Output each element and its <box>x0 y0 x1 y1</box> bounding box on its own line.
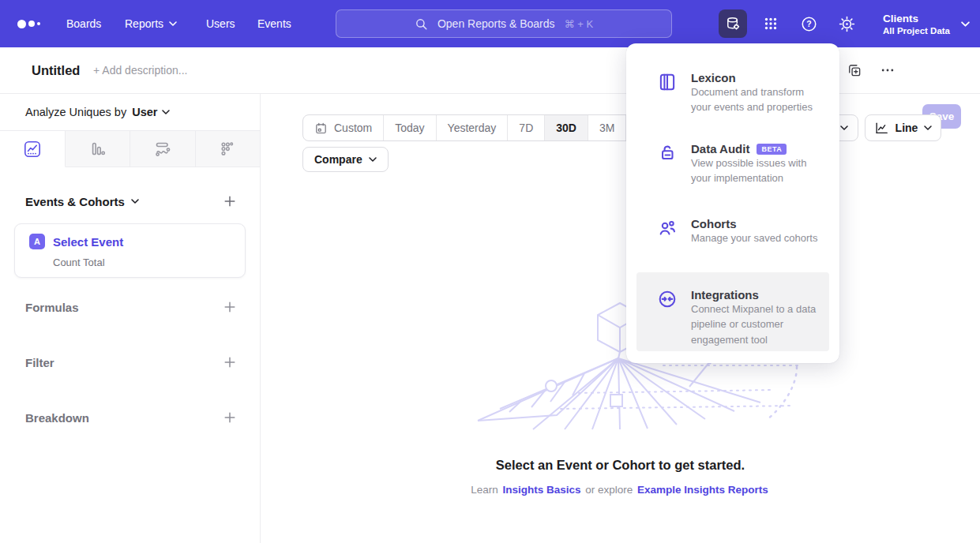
add-filter-button[interactable] <box>222 354 238 370</box>
events-cohorts-label: Events & Cohorts <box>25 195 125 208</box>
database-gear-icon <box>724 15 742 32</box>
data-management-menu: Lexicon Document and transform your even… <box>626 43 839 363</box>
date-range-control: Custom Today Yesterday 7D 30D 3M 6M <box>302 114 665 141</box>
filter-label: Filter <box>25 356 54 369</box>
range-3m[interactable]: 3M <box>588 115 626 140</box>
example-insights-reports-link[interactable]: Example Insights Reports <box>637 484 768 496</box>
cohorts-title: Cohorts <box>691 217 737 230</box>
nav-users[interactable]: Users <box>206 0 235 47</box>
analyze-value: User <box>132 106 157 118</box>
range-yesterday-label: Yesterday <box>448 122 497 134</box>
select-event-card[interactable]: A Select Event Count Total <box>14 223 246 278</box>
chevron-down-icon <box>162 110 170 114</box>
clients-label: Clients <box>883 13 950 24</box>
analyze-by-dropdown[interactable]: User <box>132 106 170 118</box>
lexicon-desc: Document and transform your events and p… <box>691 86 813 113</box>
nav-events-label: Events <box>257 17 291 30</box>
chart-type-tabs <box>0 131 260 167</box>
more-options-button[interactable] <box>880 47 896 93</box>
apps-grid-icon <box>762 15 779 32</box>
chart-type-label: Line <box>896 122 918 134</box>
select-event-label: Select Event <box>53 235 123 249</box>
range-today[interactable]: Today <box>384 115 436 140</box>
apps-grid-button[interactable] <box>757 9 785 38</box>
tab-flows[interactable] <box>130 131 196 167</box>
formulas-label: Formulas <box>25 301 79 314</box>
add-event-button[interactable] <box>222 193 238 209</box>
menu-item-cohorts[interactable]: Cohorts Manage your saved cohorts <box>636 201 829 258</box>
plus-icon <box>223 411 236 424</box>
nav-events[interactable]: Events <box>257 0 291 47</box>
chevron-down-icon <box>369 157 377 162</box>
tab-bar-chart[interactable] <box>66 131 131 167</box>
range-30d-label: 30D <box>556 122 576 134</box>
cohorts-icon <box>657 217 678 258</box>
mixpanel-logo[interactable] <box>17 0 40 47</box>
range-custom[interactable]: Custom <box>303 115 384 140</box>
breakdown-label: Breakdown <box>25 411 89 425</box>
settings-button[interactable] <box>832 9 861 38</box>
menu-item-lexicon[interactable]: Lexicon Document and transform your even… <box>636 55 829 125</box>
count-total-label[interactable]: Count Total <box>53 257 105 268</box>
range-custom-label: Custom <box>334 122 372 134</box>
search-input[interactable]: Open Reports & Boards ⌘ + K <box>336 9 672 38</box>
menu-item-data-audit[interactable]: Data Audit BETA View possible issues wit… <box>636 126 829 199</box>
or-explore-text: or explore <box>585 484 633 496</box>
nav-boards-label: Boards <box>66 17 101 30</box>
lexicon-title: Lexicon <box>691 71 736 84</box>
chevron-down-icon <box>961 21 970 27</box>
add-formula-button[interactable] <box>222 299 238 315</box>
plus-icon <box>223 195 236 208</box>
nav-boards[interactable]: Boards <box>66 0 101 47</box>
line-chart-tab-icon <box>23 140 42 159</box>
calendar-icon <box>314 122 328 135</box>
help-button[interactable]: ? <box>794 9 823 38</box>
help-icon: ? <box>800 15 818 33</box>
gear-icon <box>838 15 856 33</box>
compare-dropdown[interactable]: Compare <box>302 147 389 172</box>
event-series-badge: A <box>29 234 45 249</box>
range-3m-label: 3M <box>599 122 614 134</box>
formulas-section: Formulas <box>0 296 260 318</box>
analyze-label: Analyze Uniques by <box>25 106 126 118</box>
range-today-label: Today <box>395 122 424 134</box>
report-title[interactable]: Untitled <box>32 47 80 93</box>
line-chart-icon <box>874 121 889 136</box>
breakdown-section: Breakdown <box>0 406 260 429</box>
menu-item-integrations[interactable]: Integrations Connect Mixpanel to a data … <box>636 272 829 351</box>
project-selector[interactable]: Clients All Project Data <box>883 0 970 47</box>
range-yesterday[interactable]: Yesterday <box>437 115 509 140</box>
data-management-button[interactable] <box>719 9 747 38</box>
compare-label: Compare <box>314 153 362 166</box>
range-30d[interactable]: 30D <box>545 115 588 140</box>
copy-plus-icon <box>847 62 862 78</box>
range-7d[interactable]: 7D <box>508 115 545 140</box>
nav-reports[interactable]: Reports <box>125 0 177 47</box>
query-sidebar: Analyze Uniques by User <box>0 94 261 543</box>
empty-state-subtitle: Learn Insights Basics or explore Example… <box>261 484 980 496</box>
chevron-down-icon <box>169 21 177 26</box>
data-audit-title: Data Audit <box>691 142 749 155</box>
top-navbar: Boards Reports Users Events Open Reports… <box>0 0 980 47</box>
duplicate-button[interactable] <box>847 47 862 93</box>
svg-text:?: ? <box>806 19 811 28</box>
ellipsis-icon <box>880 62 896 78</box>
tab-metrics[interactable] <box>196 131 261 167</box>
integrations-icon <box>657 288 678 351</box>
range-7d-label: 7D <box>519 122 533 134</box>
mixpanel-insights-app: Boards Reports Users Events Open Reports… <box>0 0 980 543</box>
chevron-down-icon <box>840 125 848 130</box>
add-description-field[interactable]: + Add description... <box>93 47 187 93</box>
search-placeholder: Open Reports & Boards <box>437 17 555 30</box>
tab-insights-line[interactable] <box>0 131 66 167</box>
add-breakdown-button[interactable] <box>222 410 238 425</box>
search-shortcut: ⌘ + K <box>565 18 594 30</box>
chevron-down-icon <box>131 199 139 204</box>
integrations-desc: Connect Mixpanel to a data pipeline or c… <box>691 303 816 346</box>
beta-badge: BETA <box>757 144 787 155</box>
events-cohorts-dropdown[interactable]: Events & Cohorts <box>25 195 139 208</box>
lexicon-icon <box>657 71 678 125</box>
flows-tab-icon <box>153 140 172 159</box>
chart-type-dropdown[interactable]: Line <box>865 114 941 141</box>
insights-basics-link[interactable]: Insights Basics <box>502 484 580 496</box>
